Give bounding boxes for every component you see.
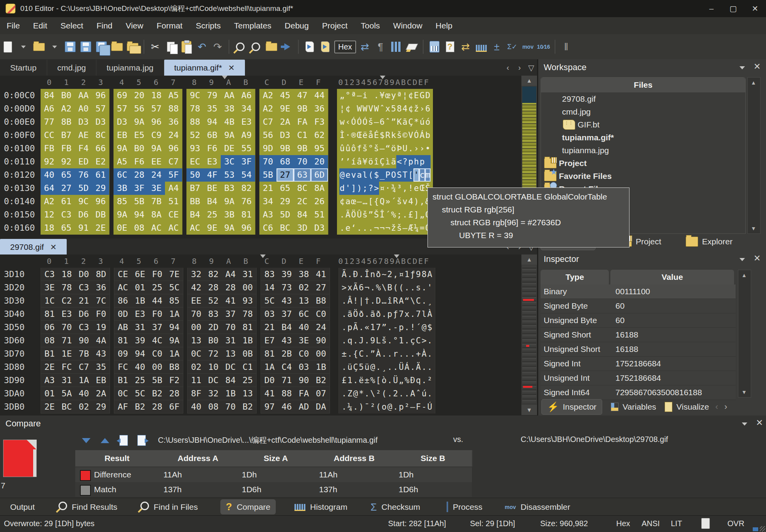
ascii-char[interactable]: x bbox=[347, 281, 353, 294]
hex-byte[interactable]: 65 bbox=[58, 221, 75, 235]
ascii-char[interactable]: î bbox=[387, 294, 393, 308]
hex-byte[interactable]: E3 bbox=[58, 308, 75, 320]
ascii-char[interactable]: ‹ bbox=[345, 115, 351, 129]
ascii-char[interactable]: ¢ bbox=[408, 89, 414, 102]
hex-byte[interactable]: 3E bbox=[148, 182, 165, 195]
ascii-char[interactable]: ã bbox=[391, 155, 397, 168]
ascii-char[interactable]: p bbox=[419, 155, 425, 168]
hex-byte[interactable]: B3 bbox=[221, 182, 238, 195]
hex-byte[interactable]: 41 bbox=[222, 294, 239, 307]
hex-byte[interactable]: 1E bbox=[58, 347, 75, 360]
hex-byte[interactable]: D3 bbox=[311, 221, 328, 235]
ascii-char[interactable]: % bbox=[376, 281, 381, 294]
hex-byte[interactable]: 28 bbox=[131, 168, 148, 182]
hex-byte[interactable]: 31 bbox=[131, 321, 149, 334]
ascii-char[interactable]: v bbox=[402, 195, 408, 208]
ascii-char[interactable]: . bbox=[362, 221, 368, 235]
hex-byte[interactable]: 24 bbox=[312, 321, 330, 334]
hex-byte[interactable]: F6 bbox=[131, 155, 148, 168]
hex-byte[interactable]: 93 bbox=[239, 294, 256, 307]
ascii-char[interactable]: ƒ bbox=[410, 268, 416, 281]
ascii-char[interactable]: ð bbox=[358, 308, 364, 321]
ascii-char[interactable]: p bbox=[387, 308, 393, 321]
hex-byte[interactable]: AB bbox=[114, 321, 131, 334]
menu-edit[interactable]: Edit bbox=[27, 21, 54, 30]
ascii-char[interactable]: { bbox=[374, 195, 379, 208]
run-script-icon[interactable] bbox=[303, 37, 316, 56]
hex-byte[interactable]: 57 bbox=[92, 102, 109, 115]
hex-byte[interactable]: 43 bbox=[278, 294, 295, 307]
hex-byte[interactable]: 55 bbox=[238, 142, 255, 155]
ascii-char[interactable]: ¼ bbox=[347, 400, 353, 414]
ascii-char[interactable]: p bbox=[398, 400, 404, 414]
hex-byte[interactable]: FC bbox=[58, 361, 75, 373]
ascii-char[interactable]: ³ bbox=[396, 182, 402, 195]
hex-byte[interactable]: D3 bbox=[113, 115, 131, 129]
hex-byte[interactable]: 61 bbox=[92, 168, 109, 182]
hex-byte[interactable]: 9E bbox=[277, 102, 294, 115]
hex-byte[interactable]: C9 bbox=[148, 129, 165, 142]
ascii-char[interactable]: ž bbox=[391, 221, 397, 235]
hex-byte[interactable]: 65 bbox=[58, 168, 75, 182]
ascii-char[interactable]: 1 bbox=[398, 334, 404, 347]
hex-byte[interactable]: BB bbox=[186, 195, 204, 208]
ascii-char[interactable]: ~ bbox=[381, 268, 387, 281]
ascii-char[interactable]: ö bbox=[368, 155, 374, 168]
hex-byte[interactable]: EE bbox=[188, 294, 205, 307]
ascii-char[interactable]: > bbox=[341, 281, 347, 294]
hex-byte[interactable]: 84 bbox=[41, 89, 58, 102]
hex-byte[interactable]: 37 bbox=[278, 308, 295, 320]
ascii-char[interactable]: Ì bbox=[339, 129, 345, 142]
ascii-char[interactable]: . bbox=[341, 361, 347, 374]
ascii-char[interactable]: ” bbox=[370, 347, 376, 361]
ascii-char[interactable]: * bbox=[358, 387, 364, 400]
pilcrow-icon[interactable]: ¶ bbox=[374, 37, 387, 56]
hex-byte[interactable]: A4 bbox=[165, 182, 182, 195]
hex-byte[interactable]: 5B bbox=[259, 168, 277, 182]
hex-byte[interactable]: 9C bbox=[186, 89, 204, 102]
ascii-char[interactable]: G bbox=[419, 89, 425, 102]
value-column-header[interactable]: Value bbox=[610, 270, 734, 285]
hex-byte[interactable]: 70 bbox=[222, 400, 239, 413]
hex-byte[interactable]: 88 bbox=[165, 102, 182, 115]
ascii-char[interactable]: ? bbox=[368, 182, 374, 195]
ascii-char[interactable]: ’ bbox=[345, 155, 351, 168]
inspector-tab-variables[interactable]: Variables bbox=[611, 399, 656, 414]
hex-byte[interactable]: 86 bbox=[114, 294, 131, 307]
hex-byte[interactable]: 0C bbox=[188, 347, 205, 360]
cut-icon[interactable]: ✂ bbox=[149, 37, 162, 56]
editor2-scrollbar[interactable]: ▲ ▼ bbox=[521, 255, 537, 415]
ascii-char[interactable]: ¤ bbox=[398, 268, 404, 281]
ascii-char[interactable]: . bbox=[398, 347, 404, 361]
hex-byte[interactable]: 2A bbox=[277, 115, 294, 129]
hex-byte[interactable]: 28 bbox=[205, 281, 222, 294]
hex-byte[interactable]: 25 bbox=[131, 374, 149, 387]
menu-format[interactable]: Format bbox=[150, 21, 189, 30]
hex-byte[interactable]: 31 bbox=[239, 268, 256, 281]
ascii-char[interactable]: ¦ bbox=[402, 89, 408, 102]
hex-byte[interactable]: 27 bbox=[312, 281, 330, 294]
editor2-minimap[interactable] bbox=[522, 265, 536, 403]
hex-byte[interactable]: 88 bbox=[278, 387, 295, 400]
ascii-char[interactable]: › bbox=[419, 142, 425, 155]
menu-tools[interactable]: Tools bbox=[354, 21, 387, 30]
hex-byte[interactable]: 78 bbox=[239, 308, 256, 320]
hex-byte[interactable]: 0C bbox=[114, 387, 131, 400]
hex-byte[interactable]: 09 bbox=[114, 347, 131, 360]
hex-byte[interactable]: 28 bbox=[166, 387, 183, 400]
ascii-char[interactable]: q bbox=[347, 334, 353, 347]
ascii-char[interactable]: À bbox=[421, 347, 427, 361]
hex-byte[interactable]: 44 bbox=[311, 89, 328, 102]
hex-byte[interactable]: 73 bbox=[278, 281, 295, 294]
hex-byte[interactable]: CE bbox=[165, 208, 182, 221]
scroll-down-icon[interactable]: ▼ bbox=[748, 223, 759, 233]
ascii-char[interactable]: É bbox=[374, 129, 379, 142]
hex-byte[interactable]: 8B bbox=[58, 115, 75, 129]
hex-byte[interactable]: F0 bbox=[92, 308, 110, 320]
ascii-char[interactable]: Ã bbox=[341, 268, 347, 281]
ascii-char[interactable]: ‘ bbox=[351, 221, 356, 235]
ascii-char[interactable]: . bbox=[364, 334, 370, 347]
hex-byte[interactable]: 3F bbox=[238, 155, 255, 168]
ascii-char[interactable]: l bbox=[421, 308, 427, 321]
ascii-char[interactable]: W bbox=[374, 102, 379, 115]
